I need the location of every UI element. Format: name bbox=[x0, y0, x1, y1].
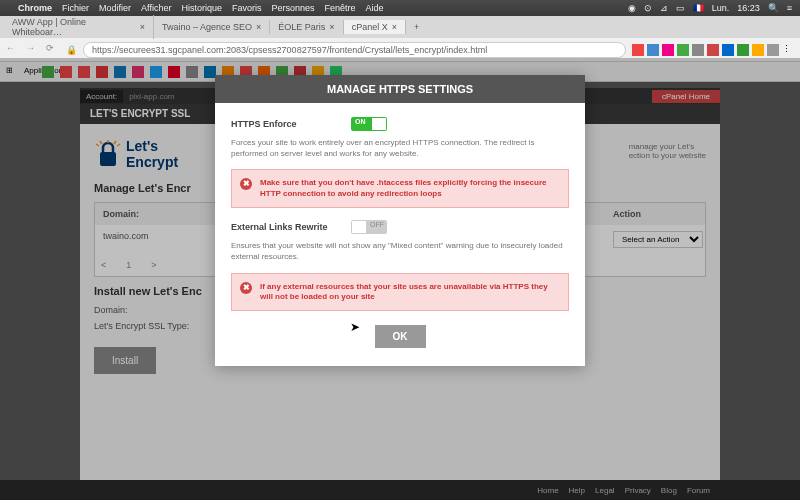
ext-icon[interactable] bbox=[737, 44, 749, 56]
ok-button[interactable]: OK bbox=[375, 325, 426, 348]
tab[interactable]: ÉOLE Paris× bbox=[270, 20, 343, 34]
tab-active[interactable]: cPanel X× bbox=[344, 20, 406, 34]
menu-edit[interactable]: Modifier bbox=[99, 3, 131, 13]
search-icon[interactable]: 🔍 bbox=[768, 3, 779, 13]
tab[interactable]: Twaino – Agence SEO× bbox=[154, 20, 270, 34]
battery-icon: ▭ bbox=[676, 3, 685, 13]
new-tab-button[interactable]: + bbox=[406, 22, 427, 32]
https-enforce-toggle[interactable] bbox=[351, 117, 387, 131]
forward-button[interactable]: → bbox=[26, 43, 40, 57]
ext-rewrite-desc: Ensures that your website will not show … bbox=[231, 240, 569, 262]
browser-tabs: AWW App | Online Whiteboar…× Twaino – Ag… bbox=[0, 16, 800, 38]
ext-rewrite-label: External Links Rewrite bbox=[231, 222, 341, 232]
modal: MANAGE HTTPS SETTINGS HTTPS Enforce Forc… bbox=[215, 75, 585, 366]
menu-file[interactable]: Fichier bbox=[62, 3, 89, 13]
menu-history[interactable]: Historique bbox=[181, 3, 222, 13]
ext-icon[interactable] bbox=[707, 44, 719, 56]
close-icon[interactable]: × bbox=[256, 22, 261, 32]
ext-icon[interactable] bbox=[722, 44, 734, 56]
close-icon[interactable]: × bbox=[329, 22, 334, 32]
menu-favorites[interactable]: Favoris bbox=[232, 3, 262, 13]
flag-icon: 🇫🇷 bbox=[693, 3, 704, 13]
back-button[interactable]: ← bbox=[6, 43, 20, 57]
clock-day: Lun. bbox=[712, 3, 730, 13]
ext-icon[interactable] bbox=[752, 44, 764, 56]
https-enforce-label: HTTPS Enforce bbox=[231, 119, 341, 129]
ext-icon[interactable] bbox=[632, 44, 644, 56]
close-icon[interactable]: × bbox=[392, 22, 397, 32]
wifi-icon: ⊿ bbox=[660, 3, 668, 13]
menu-window[interactable]: Fenêtre bbox=[324, 3, 355, 13]
menu-people[interactable]: Personnes bbox=[271, 3, 314, 13]
lock-icon: 🔒 bbox=[66, 45, 77, 55]
ext-rewrite-toggle[interactable] bbox=[351, 220, 387, 234]
ext-icon[interactable] bbox=[662, 44, 674, 56]
macos-menubar: Chrome Fichier Modifier Afficher Histori… bbox=[0, 0, 800, 16]
menu-icon[interactable]: ≡ bbox=[787, 3, 792, 13]
address-input[interactable]: https://securees31.sgcpanel.com:2083/cps… bbox=[83, 42, 626, 58]
menu-app[interactable]: Chrome bbox=[18, 3, 52, 13]
ext-icon[interactable] bbox=[647, 44, 659, 56]
status-icon: ⊙ bbox=[644, 3, 652, 13]
ext-rewrite-warning: If any external resources that your site… bbox=[231, 273, 569, 312]
https-enforce-desc: Forces your site to work entirely over a… bbox=[231, 137, 569, 159]
menu-view[interactable]: Afficher bbox=[141, 3, 171, 13]
reload-button[interactable]: ⟳ bbox=[46, 43, 60, 57]
close-icon[interactable]: × bbox=[140, 22, 145, 32]
https-enforce-warning: Make sure that you don't have .htaccess … bbox=[231, 169, 569, 208]
ext-icon[interactable] bbox=[677, 44, 689, 56]
clock-time: 16:23 bbox=[737, 3, 760, 13]
ext-icon[interactable] bbox=[767, 44, 779, 56]
modal-title: MANAGE HTTPS SETTINGS bbox=[215, 75, 585, 103]
tab[interactable]: AWW App | Online Whiteboar…× bbox=[4, 15, 154, 39]
ext-icon[interactable] bbox=[692, 44, 704, 56]
status-icon: ◉ bbox=[628, 3, 636, 13]
menu-icon[interactable]: ⋮ bbox=[782, 44, 794, 56]
menu-help[interactable]: Aide bbox=[366, 3, 384, 13]
